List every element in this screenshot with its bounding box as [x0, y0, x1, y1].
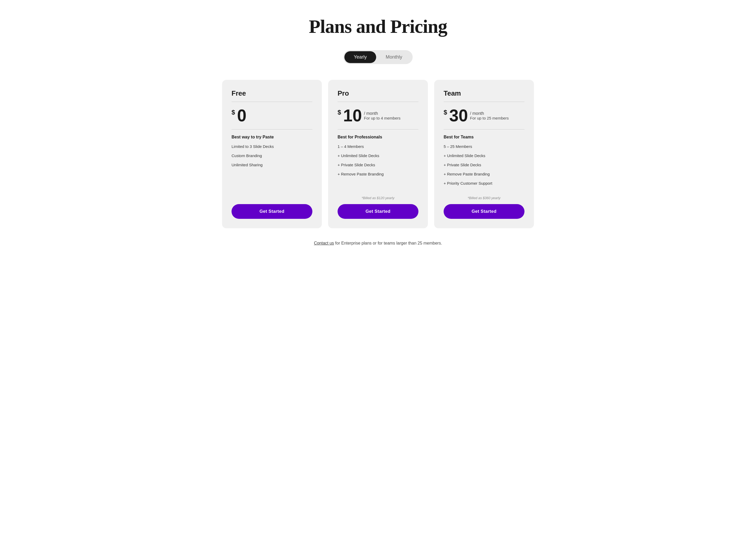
price-members-pro: For up to 4 members — [364, 116, 401, 120]
price-amount-pro: 10 — [343, 107, 362, 124]
divider-free — [232, 102, 312, 102]
plan-name-team: Team — [444, 89, 524, 97]
divider-pro — [337, 102, 419, 102]
price-details-team: / month For up to 25 members — [470, 111, 509, 120]
divider2-team — [444, 129, 524, 130]
page-title: Plans and Pricing — [309, 16, 447, 38]
plan-subtitle-team: Best for Teams — [444, 135, 524, 139]
plans-container: Free $ 0 Best way to try Paste Limited t… — [220, 80, 536, 228]
footer-text: Contact us for Enterprise plans or for t… — [314, 241, 442, 246]
monthly-toggle[interactable]: Monthly — [376, 51, 411, 63]
price-details-pro: / month For up to 4 members — [364, 111, 401, 120]
price-period-pro: / month — [364, 111, 401, 116]
plan-name-pro: Pro — [337, 89, 419, 97]
plan-card-team: Team $ 30 / month For up to 25 members B… — [434, 80, 534, 228]
feature-item: + Private Slide Decks — [337, 162, 419, 167]
feature-item: + Unlimited Slide Decks — [337, 153, 419, 158]
get-started-team[interactable]: Get Started — [444, 204, 524, 219]
feature-item: + Priority Customer Support — [444, 180, 524, 186]
divider2-free — [232, 129, 312, 130]
plan-features-pro: 1 – 4 Members + Unlimited Slide Decks + … — [337, 144, 419, 189]
plan-subtitle-free: Best way to try Paste — [232, 135, 312, 139]
billing-note-team: *Billed as $360 yearly — [444, 196, 524, 200]
plan-subtitle-pro: Best for Professionals — [337, 135, 419, 139]
plan-card-pro: Pro $ 10 / month For up to 4 members Bes… — [328, 80, 428, 228]
billing-toggle: Yearly Monthly — [344, 50, 412, 64]
plan-name-free: Free — [232, 89, 312, 97]
price-dollar-team: $ — [444, 109, 447, 116]
get-started-free[interactable]: Get Started — [232, 204, 312, 219]
price-row-team: $ 30 / month For up to 25 members — [444, 107, 524, 124]
feature-item: Unlimited Sharing — [232, 162, 312, 167]
feature-item: + Private Slide Decks — [444, 162, 524, 167]
price-dollar-free: $ — [232, 109, 235, 116]
feature-item: + Remove Paste Branding — [337, 171, 419, 177]
plan-features-team: 5 – 25 Members + Unlimited Slide Decks +… — [444, 144, 524, 189]
price-amount-free: 0 — [237, 107, 246, 124]
divider2-pro — [337, 129, 419, 130]
price-members-team: For up to 25 members — [470, 116, 509, 120]
yearly-toggle[interactable]: Yearly — [345, 51, 376, 63]
billing-note-pro: *Billed as $120 yearly — [337, 196, 419, 200]
price-row-free: $ 0 — [232, 107, 312, 124]
feature-item: + Remove Paste Branding — [444, 171, 524, 177]
divider-team — [444, 102, 524, 102]
price-amount-team: 30 — [449, 107, 468, 124]
feature-item: Custom Branding — [232, 153, 312, 158]
plan-features-free: Limited to 3 Slide Decks Custom Branding… — [232, 144, 312, 171]
price-dollar-pro: $ — [337, 109, 341, 116]
contact-link[interactable]: Contact us — [314, 241, 334, 245]
feature-item: 1 – 4 Members — [337, 144, 419, 149]
get-started-pro[interactable]: Get Started — [337, 204, 419, 219]
feature-item: 5 – 25 Members — [444, 144, 524, 149]
price-period-team: / month — [470, 111, 509, 116]
price-row-pro: $ 10 / month For up to 4 members — [337, 107, 419, 124]
plan-card-free: Free $ 0 Best way to try Paste Limited t… — [222, 80, 322, 228]
feature-item: + Unlimited Slide Decks — [444, 153, 524, 158]
feature-item: Limited to 3 Slide Decks — [232, 144, 312, 149]
footer-suffix: for Enterprise plans or for teams larger… — [335, 241, 442, 245]
